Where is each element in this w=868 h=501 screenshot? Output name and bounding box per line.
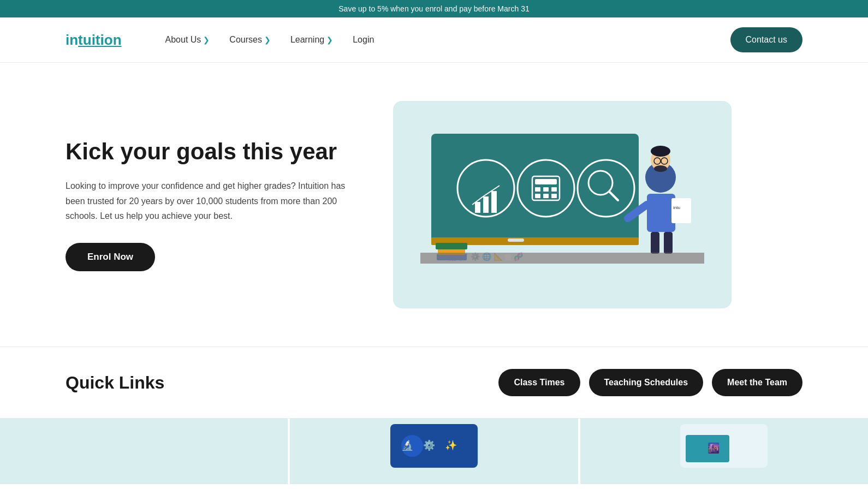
svg-rect-22 (436, 243, 467, 249)
svg-rect-30 (647, 194, 675, 232)
about-chevron-icon: ❯ (203, 35, 210, 44)
logo[interactable]: intuition (66, 32, 122, 49)
navbar: intuition About Us ❯ Courses ❯ Learning … (0, 17, 868, 63)
card-3-illustration: 🌆 (680, 424, 768, 468)
nav-login[interactable]: Login (353, 35, 374, 45)
courses-chevron-icon: ❯ (264, 35, 271, 44)
card-3: 🌆 (580, 419, 868, 484)
card-2-illustration: 🔬 ⚙️ ✨ (390, 424, 478, 468)
svg-text:✨: ✨ (445, 439, 457, 451)
card-1 (0, 419, 290, 484)
svg-rect-5 (483, 196, 489, 213)
classroom-illustration: 📊 🧪 ⚙️ 🌐 📐 ▦ 🧬 intu (420, 117, 704, 292)
banner-text: Save up to 5% when you enrol and pay bef… (338, 4, 529, 13)
svg-rect-15 (551, 194, 557, 198)
logo-in: in (66, 32, 78, 48)
hero-image: 📊 🧪 ⚙️ 🌐 📐 ▦ 🧬 intu (393, 101, 732, 308)
class-times-button[interactable]: Class Times (498, 369, 580, 396)
nav-courses-label: Courses (229, 35, 262, 45)
nav-login-label: Login (353, 35, 374, 45)
hero-text: Kick your goals this year Looking to imp… (66, 138, 360, 271)
svg-rect-6 (491, 191, 497, 213)
learning-chevron-icon: ❯ (326, 35, 333, 44)
hero-description: Looking to improve your confidence and g… (66, 178, 360, 223)
svg-rect-13 (535, 194, 540, 198)
svg-rect-12 (551, 187, 557, 192)
svg-rect-11 (543, 187, 549, 192)
nav-about-label: About Us (165, 35, 201, 45)
quick-links-title: Quick Links (66, 373, 487, 393)
card-2: 🔬 ⚙️ ✨ (290, 419, 580, 484)
svg-rect-14 (543, 194, 549, 198)
nav-courses[interactable]: Courses ❯ (229, 35, 271, 45)
svg-text:🔬: 🔬 (401, 439, 414, 451)
teaching-schedules-button[interactable]: Teaching Schedules (589, 369, 704, 396)
meet-the-team-button[interactable]: Meet the Team (712, 369, 802, 396)
svg-rect-10 (535, 187, 540, 192)
nav-about[interactable]: About Us ❯ (165, 35, 210, 45)
svg-point-29 (654, 165, 667, 172)
enrol-button[interactable]: Enrol Now (66, 243, 155, 271)
logo-tuition: tuition (78, 32, 121, 48)
svg-rect-34 (651, 232, 659, 254)
hero-title: Kick your goals this year (66, 138, 360, 165)
hero-section: Kick your goals this year Looking to imp… (0, 63, 868, 347)
quick-links-section: Quick Links Class Times Teaching Schedul… (0, 347, 868, 419)
svg-rect-4 (475, 202, 480, 213)
top-banner: Save up to 5% when you enrol and pay bef… (0, 0, 868, 17)
cards-section: 🔬 ⚙️ ✨ 🌆 (0, 419, 868, 484)
nav-learning-label: Learning (290, 35, 324, 45)
svg-rect-32 (671, 198, 691, 223)
svg-rect-2 (508, 238, 524, 242)
svg-point-25 (651, 146, 670, 157)
svg-text:intu: intu (673, 205, 680, 210)
svg-rect-9 (535, 179, 557, 184)
nav-learning[interactable]: Learning ❯ (290, 35, 333, 45)
contact-button[interactable]: Contact us (730, 27, 802, 52)
svg-rect-35 (664, 232, 673, 254)
svg-text:⚙️: ⚙️ (423, 439, 436, 451)
nav-links: About Us ❯ Courses ❯ Learning ❯ Login (165, 35, 709, 45)
svg-rect-36 (420, 253, 704, 264)
quick-link-buttons: Class Times Teaching Schedules Meet the … (498, 369, 802, 396)
svg-text:🌆: 🌆 (708, 442, 720, 454)
